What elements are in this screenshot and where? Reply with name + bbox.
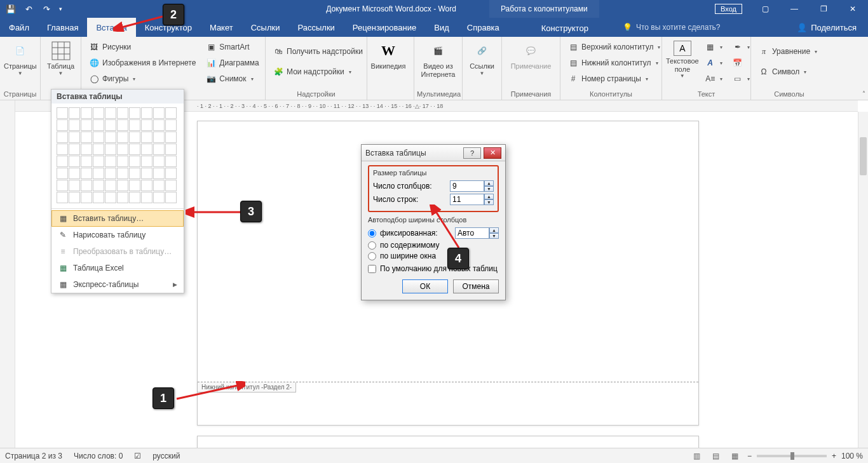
equation-button[interactable]: πУравнение▾ bbox=[756, 44, 820, 58]
grid-cell[interactable] bbox=[69, 168, 80, 179]
grid-cell[interactable] bbox=[165, 168, 177, 179]
view-read-mode[interactable]: ▥ bbox=[690, 450, 704, 462]
grid-cell[interactable] bbox=[69, 192, 80, 203]
online-pictures-button[interactable]: 🌐Изображения в Интернете bbox=[86, 56, 198, 70]
excel-table-menuitem[interactable]: ▦Таблица Excel bbox=[51, 260, 184, 276]
online-video-button[interactable]: 🎬 Видео из Интернета bbox=[417, 38, 459, 81]
grid-cell[interactable] bbox=[81, 119, 92, 131]
fixed-width-input[interactable] bbox=[455, 227, 489, 239]
object-button[interactable]: ▭▾ bbox=[730, 72, 752, 86]
grid-cell[interactable] bbox=[69, 180, 80, 191]
screenshot-button[interactable]: 📷Снимок▾ bbox=[203, 72, 261, 86]
grid-cell[interactable] bbox=[69, 119, 80, 131]
grid-cell[interactable] bbox=[81, 107, 92, 119]
minimize-button[interactable]: — bbox=[780, 0, 808, 18]
symbol-button[interactable]: ΩСимвол▾ bbox=[756, 65, 820, 79]
grid-cell[interactable] bbox=[57, 107, 68, 119]
grid-cell[interactable] bbox=[93, 168, 104, 179]
grid-cell[interactable] bbox=[165, 144, 177, 155]
chart-button[interactable]: 📊Диаграмма bbox=[203, 56, 261, 70]
grid-cell[interactable] bbox=[81, 144, 92, 155]
rows-up[interactable]: ▲ bbox=[484, 194, 494, 199]
links-button[interactable]: 🔗 Ссылки ▼ bbox=[465, 38, 499, 79]
tab-mailings[interactable]: Рассылки bbox=[288, 18, 343, 37]
grid-cell[interactable] bbox=[165, 119, 177, 131]
grid-cell[interactable] bbox=[153, 156, 165, 167]
grid-cell[interactable] bbox=[129, 119, 140, 131]
tab-layout[interactable]: Макет bbox=[201, 18, 242, 37]
grid-cell[interactable] bbox=[105, 131, 116, 143]
collapse-ribbon-button[interactable]: ˄ bbox=[862, 90, 865, 97]
grid-cell[interactable] bbox=[81, 156, 92, 167]
signin-button[interactable]: Вход bbox=[715, 4, 742, 14]
grid-cell[interactable] bbox=[153, 107, 165, 119]
grid-cell[interactable] bbox=[69, 156, 80, 167]
grid-cell[interactable] bbox=[117, 107, 128, 119]
grid-cell[interactable] bbox=[117, 180, 128, 191]
grid-cell[interactable] bbox=[69, 144, 80, 155]
smartart-button[interactable]: ▣SmartArt bbox=[203, 40, 261, 54]
grid-cell[interactable] bbox=[141, 107, 153, 119]
wordart-button[interactable]: A▾ bbox=[703, 56, 725, 70]
my-addins-button[interactable]: 🧩Мои надстройки▾ bbox=[271, 65, 365, 79]
grid-cell[interactable] bbox=[153, 144, 165, 155]
grid-cell[interactable] bbox=[153, 131, 165, 143]
grid-cell[interactable] bbox=[141, 119, 153, 131]
tab-view[interactable]: Вид bbox=[425, 18, 458, 37]
grid-cell[interactable] bbox=[165, 107, 177, 119]
wikipedia-button[interactable]: W Википедия bbox=[370, 38, 407, 73]
pictures-button[interactable]: 🖼Рисунки bbox=[86, 40, 198, 54]
quick-parts-button[interactable]: ▦▾ bbox=[703, 40, 725, 54]
grid-cell[interactable] bbox=[141, 192, 153, 203]
tab-context-design[interactable]: Конструктор bbox=[532, 18, 597, 37]
grid-cell[interactable] bbox=[81, 192, 92, 203]
table-button[interactable]: Таблица ▼ bbox=[43, 38, 78, 79]
grid-cell[interactable] bbox=[165, 131, 177, 143]
grid-cell[interactable] bbox=[165, 156, 177, 167]
zoom-in-button[interactable]: + bbox=[832, 452, 836, 460]
grid-cell[interactable] bbox=[141, 131, 153, 143]
vertical-ruler[interactable] bbox=[0, 100, 15, 448]
grid-cell[interactable] bbox=[69, 107, 80, 119]
status-proofing-icon[interactable]: ☑ bbox=[134, 452, 141, 460]
grid-cell[interactable] bbox=[141, 168, 153, 179]
grid-cell[interactable] bbox=[57, 144, 68, 155]
vertical-scrollbar[interactable] bbox=[858, 112, 868, 448]
dialog-close-button[interactable]: ✕ bbox=[484, 147, 501, 159]
redo-button[interactable]: ↷ bbox=[38, 1, 55, 17]
grid-cell[interactable] bbox=[117, 192, 128, 203]
grid-cell[interactable] bbox=[105, 192, 116, 203]
grid-cell[interactable] bbox=[117, 144, 128, 155]
grid-cell[interactable] bbox=[153, 119, 165, 131]
tab-review[interactable]: Рецензирование bbox=[344, 18, 425, 37]
tab-references[interactable]: Ссылки bbox=[242, 18, 289, 37]
grid-cell[interactable] bbox=[93, 180, 104, 191]
grid-cell[interactable] bbox=[81, 168, 92, 179]
dropcap-button[interactable]: A≡▾ bbox=[703, 72, 725, 86]
grid-cell[interactable] bbox=[165, 180, 177, 191]
grid-cell[interactable] bbox=[165, 192, 177, 203]
draw-table-menuitem[interactable]: ✎Нарисовать таблицу bbox=[51, 227, 184, 243]
grid-cell[interactable] bbox=[129, 192, 140, 203]
cols-up[interactable]: ▲ bbox=[484, 180, 494, 186]
width-down[interactable]: ▼ bbox=[489, 233, 499, 239]
status-words[interactable]: Число слов: 0 bbox=[74, 452, 123, 460]
grid-cell[interactable] bbox=[93, 107, 104, 119]
autofit-content-radio[interactable] bbox=[368, 241, 376, 250]
tab-help[interactable]: Справка bbox=[458, 18, 508, 37]
grid-cell[interactable] bbox=[57, 168, 68, 179]
grid-cell[interactable] bbox=[105, 107, 116, 119]
rows-down[interactable]: ▼ bbox=[484, 199, 494, 205]
close-button[interactable]: ✕ bbox=[839, 0, 867, 18]
date-time-button[interactable]: 📅 bbox=[730, 56, 752, 70]
grid-cell[interactable] bbox=[105, 144, 116, 155]
autofit-fixed-radio[interactable] bbox=[368, 229, 376, 238]
grid-cell[interactable] bbox=[117, 156, 128, 167]
width-up[interactable]: ▲ bbox=[489, 227, 499, 233]
zoom-level[interactable]: 100 % bbox=[841, 452, 863, 460]
grid-cell[interactable] bbox=[141, 156, 153, 167]
grid-cell[interactable] bbox=[93, 192, 104, 203]
grid-cell[interactable] bbox=[93, 131, 104, 143]
grid-cell[interactable] bbox=[81, 180, 92, 191]
grid-cell[interactable] bbox=[57, 180, 68, 191]
